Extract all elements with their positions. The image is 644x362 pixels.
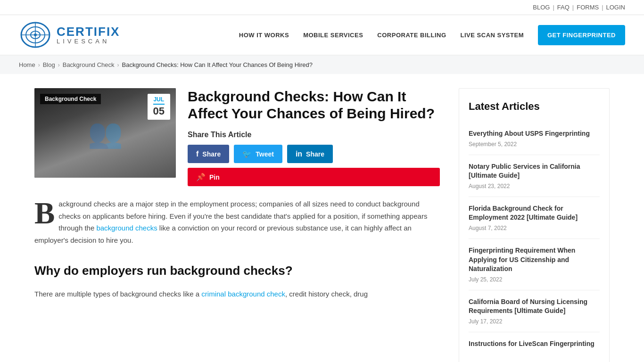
article-heading-1: Why do employers run background checks? [34, 260, 440, 281]
sidebar: Latest Articles Everything About USPS Fi… [459, 88, 610, 362]
body-text-2-before: There are multiple types of background c… [34, 290, 201, 298]
main-nav: HOW IT WORKS MOBILE SERVICES CORPORATE B… [239, 25, 625, 45]
linkedin-share-button[interactable]: in Share [287, 145, 333, 163]
article-header: Background Check JUL 05 Background Check… [34, 88, 440, 186]
criminal-background-check-link[interactable]: criminal background check [201, 290, 285, 298]
article-paragraph-2: There are multiple types of background c… [34, 288, 440, 300]
page-content: Background Check JUL 05 Background Check… [16, 74, 628, 362]
sidebar-article-item: Notary Public Services in California [Ul… [469, 155, 600, 197]
sidebar-article-title[interactable]: Notary Public Services in California [Ul… [469, 162, 600, 181]
article-tag: Background Check [40, 94, 101, 104]
sidebar-article-item: Florida Background Check for Employment … [469, 197, 600, 239]
sidebar-article-title[interactable]: Instructions for LiveScan Fingerprinting [469, 339, 600, 349]
sidebar-box: Latest Articles Everything About USPS Fi… [459, 88, 610, 362]
facebook-share-label: Share [202, 150, 221, 158]
logo-text: CERTIFIX LIVESCAN [57, 25, 120, 45]
logo-certifix: CERTIFIX [57, 25, 120, 38]
topbar-blog-link[interactable]: BLOG [533, 4, 550, 11]
article-image-wrap: Background Check JUL 05 [34, 88, 176, 178]
twitter-icon: 🐦 [242, 149, 252, 158]
date-month: JUL [153, 97, 165, 105]
body-text-2-after: , credit history check, drug [285, 290, 368, 298]
breadcrumb: Home › Blog › Background Check › Backgro… [0, 56, 644, 74]
breadcrumb-current: Background Checks: How Can It Affect You… [122, 61, 313, 68]
logo[interactable]: CERTIFIX LIVESCAN [19, 21, 120, 49]
pinterest-share-button[interactable]: 📌 Pin [188, 168, 440, 186]
sidebar-title: Latest Articles [469, 100, 600, 113]
pin-row: 📌 Pin [188, 168, 440, 186]
breadcrumb-home[interactable]: Home [19, 61, 35, 68]
sidebar-article-date: September 5, 2022 [469, 141, 600, 148]
facebook-share-button[interactable]: f Share [188, 145, 229, 163]
article-main: Background Check JUL 05 Background Check… [34, 88, 440, 362]
top-bar: BLOG | FAQ | FORMS | LOGIN [0, 0, 644, 15]
twitter-share-button[interactable]: 🐦 Tweet [234, 145, 282, 163]
date-day: 05 [153, 106, 165, 117]
twitter-share-label: Tweet [256, 150, 274, 158]
pinterest-share-label: Pin [209, 173, 220, 181]
site-header: CERTIFIX LIVESCAN HOW IT WORKS MOBILE SE… [0, 15, 644, 56]
nav-corporate-billing[interactable]: CORPORATE BILLING [377, 32, 446, 39]
topbar-forms-link[interactable]: FORMS [577, 4, 599, 11]
nav-live-scan-system[interactable]: LIVE SCAN SYSTEM [461, 32, 524, 39]
facebook-icon: f [196, 150, 198, 158]
sidebar-article-date: August 7, 2022 [469, 225, 600, 231]
article-body: B ackground checks are a major step in t… [34, 198, 440, 300]
breadcrumb-category[interactable]: Background Check [63, 61, 115, 68]
background-checks-link[interactable]: background checks [96, 224, 157, 232]
logo-icon [19, 21, 52, 49]
sidebar-article-item: California Board of Nursing Licensing Re… [469, 290, 600, 332]
article-title: Background Checks: How Can It Affect You… [188, 88, 440, 122]
topbar-faq-link[interactable]: FAQ [557, 4, 570, 11]
share-label: Share This Article [188, 131, 440, 139]
sidebar-article-item: Fingerprinting Requirement When Applying… [469, 239, 600, 290]
sidebar-article-title[interactable]: Fingerprinting Requirement When Applying… [469, 246, 600, 274]
linkedin-share-label: Share [306, 150, 324, 158]
logo-livescan: LIVESCAN [57, 38, 120, 45]
pinterest-icon: 📌 [196, 173, 206, 181]
sidebar-article-title[interactable]: Florida Background Check for Employment … [469, 204, 600, 222]
sidebar-article-date: July 25, 2022 [469, 276, 600, 283]
breadcrumb-blog[interactable]: Blog [43, 61, 55, 68]
sidebar-article-item: Everything About USPS Fingerprinting Sep… [469, 122, 600, 155]
article-title-area: Background Checks: How Can It Affect You… [188, 88, 440, 186]
social-buttons: f Share 🐦 Tweet in Share [188, 145, 440, 163]
sidebar-article-date: August 23, 2022 [469, 183, 600, 189]
drop-cap: B [34, 198, 58, 225]
sidebar-articles-list: Everything About USPS Fingerprinting Sep… [469, 122, 600, 358]
article-paragraph-1: B ackground checks are a major step in t… [34, 198, 440, 246]
sidebar-article-item: Instructions for LiveScan Fingerprinting [469, 332, 600, 358]
nav-mobile-services[interactable]: MOBILE SERVICES [303, 32, 363, 39]
article-date-badge: JUL 05 [148, 94, 170, 120]
nav-how-it-works[interactable]: HOW IT WORKS [239, 32, 289, 39]
sidebar-article-title[interactable]: Everything About USPS Fingerprinting [469, 129, 600, 139]
sidebar-article-date: July 17, 2022 [469, 318, 600, 325]
sidebar-article-title[interactable]: California Board of Nursing Licensing Re… [469, 297, 600, 316]
linkedin-icon: in [296, 150, 302, 158]
cta-get-fingerprinted[interactable]: GET FINGERPRINTED [538, 25, 625, 45]
topbar-login-link[interactable]: LOGIN [606, 4, 625, 11]
